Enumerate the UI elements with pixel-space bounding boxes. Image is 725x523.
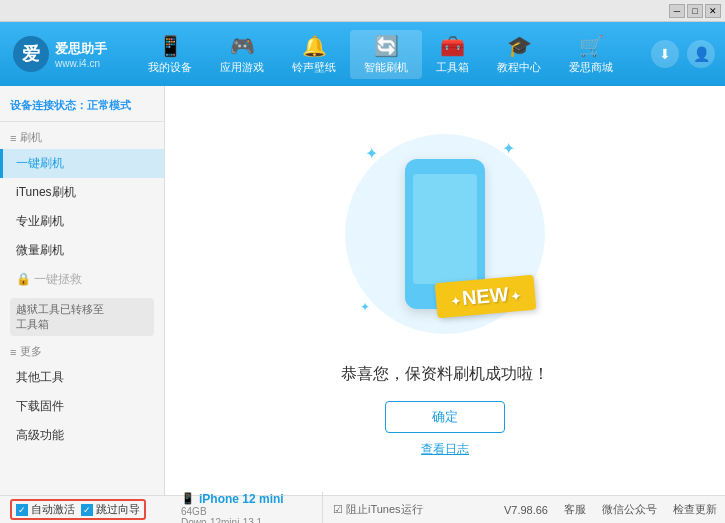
section-flash-label: 刷机: [20, 130, 42, 145]
title-bar: ─ □ ✕: [0, 0, 725, 22]
minimize-btn[interactable]: ─: [669, 4, 685, 18]
customer-service-link[interactable]: 客服: [564, 502, 586, 517]
status-value: 正常模式: [87, 99, 131, 111]
apps-games-label: 应用游戏: [220, 60, 264, 75]
auto-launch-checkbox-item[interactable]: 自动激活: [16, 502, 75, 517]
tutorial-label: 教程中心: [497, 60, 541, 75]
buy-store-icon: 🛒: [579, 34, 604, 58]
via-wizard-checkbox[interactable]: [81, 504, 93, 516]
sidebar-item-itunes-flash[interactable]: iTunes刷机: [0, 178, 164, 207]
logo[interactable]: 爱 爱思助手 www.i4.cn: [10, 36, 110, 72]
device-storage: 64GB: [181, 506, 322, 517]
ringtone-label: 铃声壁纸: [292, 60, 336, 75]
sparkle-1: ✦: [365, 144, 378, 163]
nav-my-device[interactable]: 📱 我的设备: [134, 34, 206, 75]
section-flash: ≡ 刷机: [0, 126, 164, 149]
wechat-public-link[interactable]: 微信公众号: [602, 502, 657, 517]
connection-status: 设备连接状态：正常模式: [0, 94, 164, 122]
logo-url: www.i4.cn: [55, 58, 107, 69]
success-message: 恭喜您，保资料刷机成功啦！: [341, 364, 549, 385]
my-device-icon: 📱: [158, 34, 183, 58]
download-btn[interactable]: ⬇: [651, 40, 679, 68]
version-label: V7.98.66: [504, 504, 548, 516]
bottom-bar: 自动激活 跳过向导 📱 iPhone 12 mini 64GB Down-12m…: [0, 495, 725, 523]
nav-buy-store[interactable]: 🛒 爱思商城: [555, 34, 627, 75]
bottom-right-section: V7.98.66 客服 微信公众号 检查更新: [504, 502, 717, 517]
nav-toolbox[interactable]: 🧰 工具箱: [422, 34, 483, 75]
view-log-link[interactable]: 查看日志: [421, 441, 469, 458]
section-more-label: 更多: [20, 344, 42, 359]
auto-launch-label: 自动激活: [31, 502, 75, 517]
status-label: 设备连接状态：: [10, 99, 87, 111]
nav-apps-games[interactable]: 🎮 应用游戏: [206, 34, 278, 75]
check-update-link[interactable]: 检查更新: [673, 502, 717, 517]
checkbox-highlight-box: 自动激活 跳过向导: [10, 499, 146, 520]
my-device-label: 我的设备: [148, 60, 192, 75]
confirm-button[interactable]: 确定: [385, 401, 505, 433]
nav-ringtone[interactable]: 🔔 铃声壁纸: [278, 34, 350, 75]
user-btn[interactable]: 👤: [687, 40, 715, 68]
device-model: Down-12mini-13,1: [181, 517, 322, 524]
bottom-left-section: 自动激活 跳过向导: [8, 499, 173, 520]
section-more-icon: ≡: [10, 346, 16, 358]
sidebar-item-pro-flash[interactable]: 专业刷机: [0, 207, 164, 236]
sparkle-2: ✦: [502, 139, 515, 158]
apps-games-icon: 🎮: [230, 34, 255, 58]
device-info: 📱 iPhone 12 mini 64GB Down-12mini-13,1: [173, 492, 323, 524]
phone-illustration: ✦ ✦ ✦ NEW: [345, 124, 545, 344]
itunes-status-checkbox-icon: ☑: [333, 503, 343, 516]
header: 爱 爱思助手 www.i4.cn 📱 我的设备 🎮 应用游戏 🔔 铃声壁纸 🔄 …: [0, 22, 725, 86]
toolbox-label: 工具箱: [436, 60, 469, 75]
smart-flash-label: 智能刷机: [364, 60, 408, 75]
buy-store-label: 爱思商城: [569, 60, 613, 75]
content-area: ✦ ✦ ✦ NEW 恭喜您，保资料刷机成功啦！ 确定 查看日志: [165, 86, 725, 495]
nav-tutorial[interactable]: 🎓 教程中心: [483, 34, 555, 75]
sidebar-item-one-click-flash[interactable]: 一键刷机: [0, 149, 164, 178]
sparkle-3: ✦: [360, 300, 370, 314]
close-btn[interactable]: ✕: [705, 4, 721, 18]
logo-icon: 爱: [13, 36, 49, 72]
phone-icon: 📱: [181, 492, 195, 505]
via-wizard-checkbox-item[interactable]: 跳过向导: [81, 502, 140, 517]
sidebar: 设备连接状态：正常模式 ≡ 刷机 一键刷机 iTunes刷机 专业刷机 微量刷机…: [0, 86, 165, 495]
auto-launch-checkbox[interactable]: [16, 504, 28, 516]
sidebar-item-advanced[interactable]: 高级功能: [0, 421, 164, 450]
ringtone-icon: 🔔: [302, 34, 327, 58]
phone-screen: [413, 174, 477, 284]
itunes-status: ☑ 阻止iTunes运行: [323, 502, 504, 517]
smart-flash-icon: 🔄: [374, 34, 399, 58]
tutorial-icon: 🎓: [507, 34, 532, 58]
via-wizard-label: 跳过向导: [96, 502, 140, 517]
sidebar-item-rescue: 🔒 一键拯救: [0, 265, 164, 294]
nav-items: 📱 我的设备 🎮 应用游戏 🔔 铃声壁纸 🔄 智能刷机 🧰 工具箱 🎓 教程中心…: [110, 30, 651, 79]
sidebar-item-fix-flash[interactable]: 微量刷机: [0, 236, 164, 265]
header-actions: ⬇ 👤: [651, 40, 715, 68]
sidebar-item-other-tools[interactable]: 其他工具: [0, 363, 164, 392]
logo-name: 爱思助手: [55, 40, 107, 58]
toolbox-icon: 🧰: [440, 34, 465, 58]
sidebar-item-download-firmware[interactable]: 下载固件: [0, 392, 164, 421]
itunes-status-text: 阻止iTunes运行: [346, 502, 423, 517]
sidebar-notice: 越狱工具已转移至工具箱: [10, 298, 154, 336]
device-name: iPhone 12 mini: [199, 492, 284, 506]
section-more: ≡ 更多: [0, 340, 164, 363]
main-area: 设备连接状态：正常模式 ≡ 刷机 一键刷机 iTunes刷机 专业刷机 微量刷机…: [0, 86, 725, 495]
nav-smart-flash[interactable]: 🔄 智能刷机: [350, 30, 422, 79]
section-flash-icon: ≡: [10, 132, 16, 144]
maximize-btn[interactable]: □: [687, 4, 703, 18]
